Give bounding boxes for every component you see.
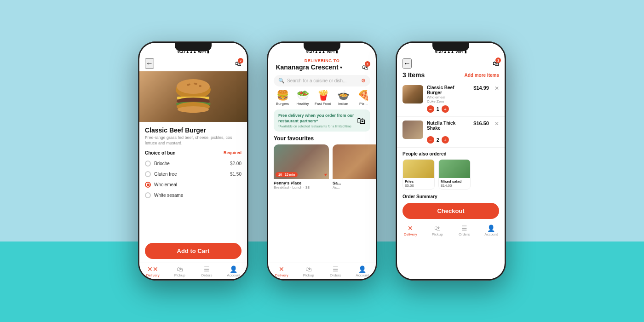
items-count: 3 Items — [402, 71, 425, 79]
location-text[interactable]: Kananagra Crescent — [276, 63, 338, 71]
search-input[interactable]: Search for a cuisine or dish... — [287, 78, 361, 83]
option-gluten[interactable]: Gluten free $1.50 — [145, 169, 242, 179]
checkout-button[interactable]: Checkout — [402, 203, 499, 219]
radio-brioche[interactable] — [145, 161, 151, 167]
nav-delivery-2[interactable]: ✕ Delivery — [268, 266, 295, 277]
nav-account-3[interactable]: 👤 Account — [478, 225, 505, 236]
also-item-fries[interactable]: Fries $5.00 — [402, 159, 435, 190]
decrease-btn-1[interactable]: − — [427, 105, 434, 113]
svg-point-4 — [199, 85, 201, 87]
promo-subtitle: *Available on selected restaurants for a… — [278, 125, 356, 128]
nav-delivery-3[interactable]: ✕ Delivery — [397, 225, 424, 236]
option-label-sesame: White sesame — [154, 193, 183, 198]
restaurant-image-2 — [333, 144, 376, 179]
pizza-label: Piz... — [359, 102, 368, 106]
cart-item-sub-1a: Wholemeal — [427, 95, 470, 99]
nav-pickup-label-2: Pickup — [303, 273, 314, 277]
healthy-label: Healthy — [296, 102, 309, 106]
nav-orders-label-3: Orders — [459, 232, 470, 236]
cart-item-image-shake — [402, 121, 423, 139]
food-image-1 — [139, 71, 247, 122]
account-icon-3: 👤 — [487, 225, 495, 231]
nav-orders-2[interactable]: ☰ Orders — [322, 266, 349, 277]
heart-icon-1[interactable]: ♥ — [324, 172, 327, 177]
restaurant-name-1: Penny's Place — [274, 181, 329, 185]
pickup-icon-3: 🛍 — [434, 225, 441, 231]
nav-pickup-2[interactable]: 🛍 Pickup — [295, 266, 322, 277]
option-price-brioche: $2.00 — [230, 161, 242, 166]
cart-item-name-1: Classic Beef Burger — [427, 85, 470, 95]
cart-button-1[interactable]: 🛍 2 — [235, 60, 242, 67]
cart-item-name-2: Nutella Thick Shake — [427, 121, 470, 131]
nav-account-2[interactable]: 👤 Account — [349, 266, 376, 277]
restaurant-card-1[interactable]: 10 - 15 min ♥ Penny's Place Breakfast · … — [274, 144, 329, 263]
search-bar[interactable]: 🔍 Search for a cuisine or dish... ⚙ — [274, 75, 370, 86]
increase-btn-1[interactable]: + — [442, 105, 449, 113]
nav-orders-3[interactable]: ☰ Orders — [451, 225, 478, 236]
nav-orders-1[interactable]: ☰ Orders — [193, 266, 220, 277]
fries-name: Fries — [405, 179, 432, 184]
delivery-icon-2: ✕ — [279, 266, 284, 272]
pizza-icon: 🍕 — [357, 90, 370, 100]
remove-item-2[interactable]: ✕ — [494, 121, 499, 127]
pickup-icon-1: 🛍 — [177, 266, 183, 272]
option-wholemeal[interactable]: Wholemeal — [145, 179, 242, 190]
category-pizza[interactable]: 🍕 Piz... — [355, 90, 372, 106]
radio-sesame[interactable] — [145, 192, 151, 198]
nav-account-label-2: Account — [356, 273, 369, 277]
nav-delivery-1[interactable]: ✕✕ Delivery — [139, 266, 167, 277]
order-summary-title: Order Summary — [402, 194, 499, 199]
salad-image — [439, 160, 471, 178]
decrease-btn-2[interactable]: − — [427, 136, 434, 144]
add-more-link[interactable]: Add more items — [464, 73, 499, 78]
nav-pickup-3[interactable]: 🛍 Pickup — [424, 225, 451, 236]
nav-account-1[interactable]: 👤 Account — [220, 266, 247, 277]
promo-banner: Free delivery when you order from our re… — [274, 109, 370, 132]
location-header: DELIVERING TO Kananagra Crescent ▾ 🛍 3 — [268, 56, 376, 75]
salad-name: Mixed salad — [441, 179, 468, 184]
bottom-nav-1: ✕✕ Delivery 🛍 Pickup ☰ Orders 👤 Account — [139, 263, 247, 279]
radio-gluten[interactable] — [145, 171, 151, 177]
nav-pickup-label-3: Pickup — [432, 232, 443, 236]
back-button-3[interactable]: ← — [402, 58, 412, 69]
radio-wholemeal[interactable] — [145, 182, 151, 188]
category-burgers[interactable]: 🍔 Burgers — [274, 90, 291, 106]
cart-item-price-2: $16.50 — [473, 121, 489, 126]
bottom-nav-3: ✕ Delivery 🛍 Pickup ☰ Orders 👤 Account — [397, 222, 505, 238]
qty-1: 1 — [437, 107, 439, 112]
option-sesame[interactable]: White sesame — [145, 190, 242, 201]
increase-btn-2[interactable]: + — [442, 136, 449, 144]
fastfood-icon: 🍟 — [317, 90, 329, 100]
restaurant-image-1: 10 - 15 min ♥ — [274, 144, 329, 179]
phone-1: 9:27 ▲▲▲ WiFi ▮ ← 🛍 2 — [138, 41, 248, 281]
item-desc-1: Free-range grass fed beef, cheese, pickl… — [145, 135, 242, 146]
delivering-to-label: DELIVERING TO — [274, 58, 370, 63]
orders-icon-2: ☰ — [333, 266, 339, 272]
delivery-icon-3: ✕ — [408, 225, 413, 231]
also-item-salad[interactable]: Mixed salad $14.00 — [438, 159, 471, 190]
category-healthy[interactable]: 🥗 Healthy — [294, 90, 311, 106]
remove-item-1[interactable]: ✕ — [494, 85, 499, 92]
add-to-cart-button[interactable]: Add to Cart — [145, 243, 242, 259]
category-indian[interactable]: 🍲 Indian — [334, 90, 352, 106]
restaurant-card-2[interactable]: Sa... As... — [333, 144, 376, 263]
option-price-gluten: $1.50 — [230, 172, 242, 177]
healthy-icon: 🥗 — [297, 90, 309, 100]
nav-account-label-1: Account — [227, 273, 240, 277]
nav-pickup-1[interactable]: 🛍 Pickup — [167, 266, 194, 277]
chevron-down-icon[interactable]: ▾ — [340, 65, 342, 70]
option-brioche[interactable]: Brioche $2.00 — [145, 158, 242, 169]
back-button-1[interactable]: ← — [145, 58, 154, 69]
cart-badge-2: 3 — [365, 61, 370, 67]
nav-pickup-label-1: Pickup — [174, 273, 185, 277]
required-badge: Required — [224, 150, 242, 155]
category-fastfood[interactable]: 🍟 Fast Food — [314, 90, 332, 106]
cart-item-shake: Nutella Thick Shake − 2 + $16.50 ✕ — [397, 117, 505, 148]
option-label-brioche: Brioche — [154, 161, 170, 166]
order-summary-section: Order Summary — [397, 191, 505, 200]
indian-label: Indian — [338, 102, 348, 106]
filter-icon[interactable]: ⚙ — [361, 78, 366, 84]
also-ordered-title: People also ordered — [402, 151, 499, 156]
account-icon-2: 👤 — [358, 266, 366, 272]
indian-icon: 🍲 — [337, 90, 350, 100]
